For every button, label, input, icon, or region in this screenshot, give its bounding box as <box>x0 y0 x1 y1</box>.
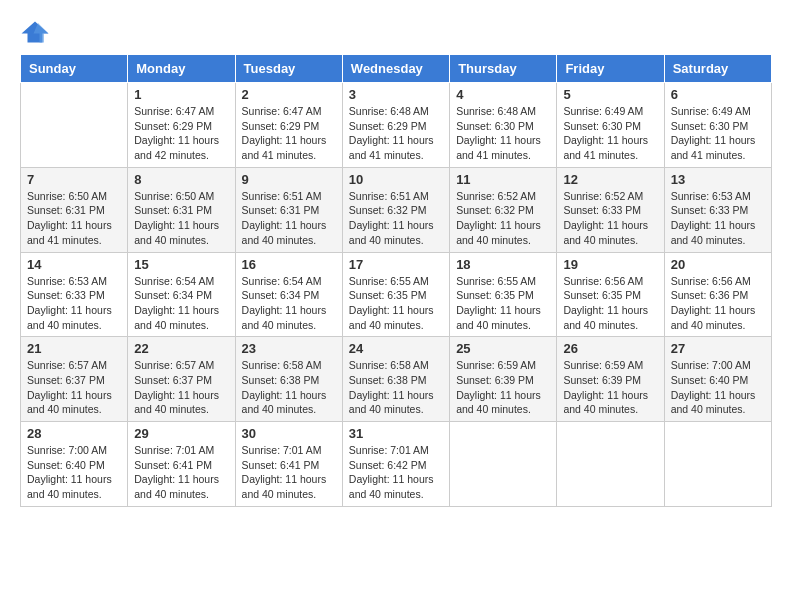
calendar-cell: 9Sunrise: 6:51 AMSunset: 6:31 PMDaylight… <box>235 167 342 252</box>
header <box>20 20 772 44</box>
calendar-cell: 17Sunrise: 6:55 AMSunset: 6:35 PMDayligh… <box>342 252 449 337</box>
day-number: 29 <box>134 426 228 441</box>
cell-info: Sunrise: 6:56 AMSunset: 6:35 PMDaylight:… <box>563 274 657 333</box>
day-number: 31 <box>349 426 443 441</box>
calendar-cell: 4Sunrise: 6:48 AMSunset: 6:30 PMDaylight… <box>450 83 557 168</box>
day-number: 26 <box>563 341 657 356</box>
day-header-tuesday: Tuesday <box>235 55 342 83</box>
day-header-friday: Friday <box>557 55 664 83</box>
calendar-cell: 14Sunrise: 6:53 AMSunset: 6:33 PMDayligh… <box>21 252 128 337</box>
cell-info: Sunrise: 6:58 AMSunset: 6:38 PMDaylight:… <box>349 358 443 417</box>
day-number: 5 <box>563 87 657 102</box>
day-number: 18 <box>456 257 550 272</box>
cell-info: Sunrise: 6:59 AMSunset: 6:39 PMDaylight:… <box>456 358 550 417</box>
day-number: 4 <box>456 87 550 102</box>
calendar-cell: 30Sunrise: 7:01 AMSunset: 6:41 PMDayligh… <box>235 422 342 507</box>
cell-info: Sunrise: 6:52 AMSunset: 6:32 PMDaylight:… <box>456 189 550 248</box>
day-number: 25 <box>456 341 550 356</box>
day-number: 6 <box>671 87 765 102</box>
calendar-cell: 1Sunrise: 6:47 AMSunset: 6:29 PMDaylight… <box>128 83 235 168</box>
cell-info: Sunrise: 6:47 AMSunset: 6:29 PMDaylight:… <box>134 104 228 163</box>
calendar-cell: 6Sunrise: 6:49 AMSunset: 6:30 PMDaylight… <box>664 83 771 168</box>
day-number: 23 <box>242 341 336 356</box>
calendar-cell: 22Sunrise: 6:57 AMSunset: 6:37 PMDayligh… <box>128 337 235 422</box>
day-number: 19 <box>563 257 657 272</box>
day-number: 10 <box>349 172 443 187</box>
day-number: 30 <box>242 426 336 441</box>
calendar-cell <box>557 422 664 507</box>
cell-info: Sunrise: 6:49 AMSunset: 6:30 PMDaylight:… <box>671 104 765 163</box>
logo <box>20 20 54 44</box>
cell-info: Sunrise: 7:01 AMSunset: 6:41 PMDaylight:… <box>242 443 336 502</box>
calendar-cell: 3Sunrise: 6:48 AMSunset: 6:29 PMDaylight… <box>342 83 449 168</box>
calendar-cell: 5Sunrise: 6:49 AMSunset: 6:30 PMDaylight… <box>557 83 664 168</box>
day-number: 1 <box>134 87 228 102</box>
day-number: 15 <box>134 257 228 272</box>
calendar-cell: 10Sunrise: 6:51 AMSunset: 6:32 PMDayligh… <box>342 167 449 252</box>
cell-info: Sunrise: 6:48 AMSunset: 6:29 PMDaylight:… <box>349 104 443 163</box>
calendar-cell: 24Sunrise: 6:58 AMSunset: 6:38 PMDayligh… <box>342 337 449 422</box>
calendar-header-row: SundayMondayTuesdayWednesdayThursdayFrid… <box>21 55 772 83</box>
day-number: 28 <box>27 426 121 441</box>
day-number: 13 <box>671 172 765 187</box>
cell-info: Sunrise: 6:55 AMSunset: 6:35 PMDaylight:… <box>349 274 443 333</box>
calendar-cell <box>450 422 557 507</box>
calendar-cell: 27Sunrise: 7:00 AMSunset: 6:40 PMDayligh… <box>664 337 771 422</box>
cell-info: Sunrise: 6:51 AMSunset: 6:32 PMDaylight:… <box>349 189 443 248</box>
day-number: 12 <box>563 172 657 187</box>
cell-info: Sunrise: 6:57 AMSunset: 6:37 PMDaylight:… <box>134 358 228 417</box>
calendar-week-1: 1Sunrise: 6:47 AMSunset: 6:29 PMDaylight… <box>21 83 772 168</box>
calendar-week-5: 28Sunrise: 7:00 AMSunset: 6:40 PMDayligh… <box>21 422 772 507</box>
cell-info: Sunrise: 6:53 AMSunset: 6:33 PMDaylight:… <box>27 274 121 333</box>
day-header-sunday: Sunday <box>21 55 128 83</box>
cell-info: Sunrise: 6:56 AMSunset: 6:36 PMDaylight:… <box>671 274 765 333</box>
calendar-cell: 7Sunrise: 6:50 AMSunset: 6:31 PMDaylight… <box>21 167 128 252</box>
calendar-cell: 23Sunrise: 6:58 AMSunset: 6:38 PMDayligh… <box>235 337 342 422</box>
calendar-cell: 16Sunrise: 6:54 AMSunset: 6:34 PMDayligh… <box>235 252 342 337</box>
cell-info: Sunrise: 6:55 AMSunset: 6:35 PMDaylight:… <box>456 274 550 333</box>
cell-info: Sunrise: 7:01 AMSunset: 6:41 PMDaylight:… <box>134 443 228 502</box>
day-number: 24 <box>349 341 443 356</box>
calendar-cell: 31Sunrise: 7:01 AMSunset: 6:42 PMDayligh… <box>342 422 449 507</box>
day-number: 3 <box>349 87 443 102</box>
calendar-week-3: 14Sunrise: 6:53 AMSunset: 6:33 PMDayligh… <box>21 252 772 337</box>
day-number: 22 <box>134 341 228 356</box>
cell-info: Sunrise: 6:54 AMSunset: 6:34 PMDaylight:… <box>134 274 228 333</box>
day-number: 9 <box>242 172 336 187</box>
day-header-wednesday: Wednesday <box>342 55 449 83</box>
day-number: 2 <box>242 87 336 102</box>
calendar-cell: 13Sunrise: 6:53 AMSunset: 6:33 PMDayligh… <box>664 167 771 252</box>
cell-info: Sunrise: 7:00 AMSunset: 6:40 PMDaylight:… <box>671 358 765 417</box>
day-number: 11 <box>456 172 550 187</box>
calendar-cell: 18Sunrise: 6:55 AMSunset: 6:35 PMDayligh… <box>450 252 557 337</box>
day-header-saturday: Saturday <box>664 55 771 83</box>
calendar-cell: 2Sunrise: 6:47 AMSunset: 6:29 PMDaylight… <box>235 83 342 168</box>
calendar-cell: 8Sunrise: 6:50 AMSunset: 6:31 PMDaylight… <box>128 167 235 252</box>
day-number: 21 <box>27 341 121 356</box>
calendar: SundayMondayTuesdayWednesdayThursdayFrid… <box>20 54 772 507</box>
day-header-monday: Monday <box>128 55 235 83</box>
calendar-cell: 12Sunrise: 6:52 AMSunset: 6:33 PMDayligh… <box>557 167 664 252</box>
calendar-cell: 28Sunrise: 7:00 AMSunset: 6:40 PMDayligh… <box>21 422 128 507</box>
cell-info: Sunrise: 6:50 AMSunset: 6:31 PMDaylight:… <box>27 189 121 248</box>
cell-info: Sunrise: 6:57 AMSunset: 6:37 PMDaylight:… <box>27 358 121 417</box>
calendar-cell: 15Sunrise: 6:54 AMSunset: 6:34 PMDayligh… <box>128 252 235 337</box>
day-number: 14 <box>27 257 121 272</box>
calendar-cell: 20Sunrise: 6:56 AMSunset: 6:36 PMDayligh… <box>664 252 771 337</box>
calendar-week-2: 7Sunrise: 6:50 AMSunset: 6:31 PMDaylight… <box>21 167 772 252</box>
day-number: 8 <box>134 172 228 187</box>
cell-info: Sunrise: 7:01 AMSunset: 6:42 PMDaylight:… <box>349 443 443 502</box>
cell-info: Sunrise: 6:58 AMSunset: 6:38 PMDaylight:… <box>242 358 336 417</box>
cell-info: Sunrise: 6:59 AMSunset: 6:39 PMDaylight:… <box>563 358 657 417</box>
logo-icon <box>20 20 50 44</box>
cell-info: Sunrise: 6:54 AMSunset: 6:34 PMDaylight:… <box>242 274 336 333</box>
calendar-cell: 29Sunrise: 7:01 AMSunset: 6:41 PMDayligh… <box>128 422 235 507</box>
day-number: 20 <box>671 257 765 272</box>
day-number: 16 <box>242 257 336 272</box>
cell-info: Sunrise: 6:49 AMSunset: 6:30 PMDaylight:… <box>563 104 657 163</box>
cell-info: Sunrise: 6:53 AMSunset: 6:33 PMDaylight:… <box>671 189 765 248</box>
calendar-cell <box>21 83 128 168</box>
calendar-cell: 25Sunrise: 6:59 AMSunset: 6:39 PMDayligh… <box>450 337 557 422</box>
cell-info: Sunrise: 6:48 AMSunset: 6:30 PMDaylight:… <box>456 104 550 163</box>
cell-info: Sunrise: 6:51 AMSunset: 6:31 PMDaylight:… <box>242 189 336 248</box>
